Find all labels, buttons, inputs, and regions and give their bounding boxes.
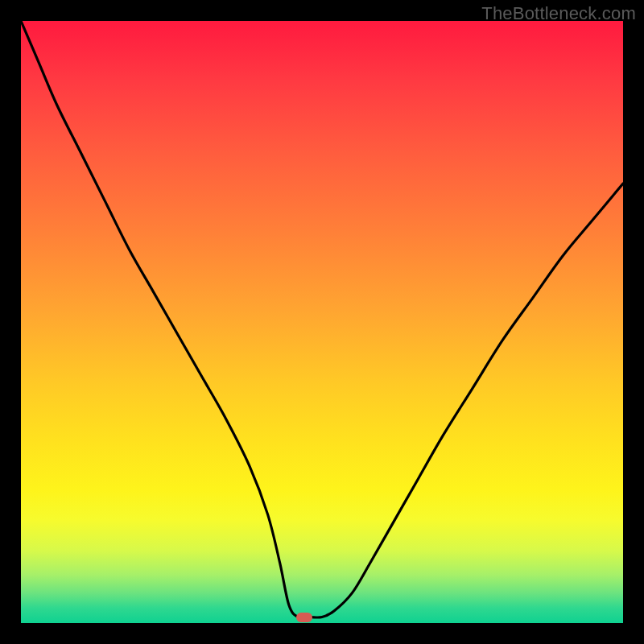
plot-area <box>21 21 623 623</box>
optimum-marker <box>296 613 312 622</box>
bottleneck-curve <box>21 21 623 623</box>
watermark-text: TheBottleneck.com <box>481 3 636 24</box>
chart-frame: TheBottleneck.com <box>0 0 644 644</box>
